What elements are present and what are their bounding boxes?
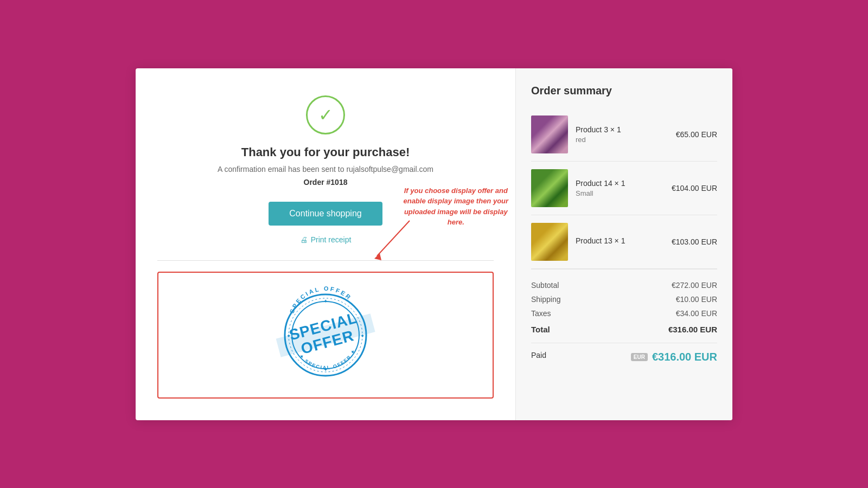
product-thumbnail bbox=[531, 223, 568, 261]
item-details: Product 13 × 1 bbox=[576, 236, 664, 247]
page-container: ✓ Thank you for your purchase! A confirm… bbox=[136, 68, 732, 420]
totals-section: Subtotal €272.00 EUR Shipping €10.00 EUR… bbox=[531, 269, 717, 366]
print-receipt-link[interactable]: 🖨 Print receipt bbox=[300, 235, 352, 244]
checkmark-icon: ✓ bbox=[318, 106, 333, 124]
thank-you-title: Thank you for your purchase! bbox=[241, 145, 410, 159]
shipping-label: Shipping bbox=[531, 295, 561, 304]
total-label: Total bbox=[531, 325, 550, 334]
item-name: Product 14 × 1 bbox=[576, 179, 664, 188]
shipping-value: €10.00 EUR bbox=[676, 295, 717, 304]
shipping-row: Shipping €10.00 EUR bbox=[531, 292, 717, 306]
order-number: Order #1018 bbox=[304, 178, 348, 187]
item-variant: red bbox=[576, 136, 668, 144]
special-offer-box: ✦ ✦ ✦ ✦ SPECIAL OFFER ✦ SPECIAL OFFER ✦ bbox=[157, 272, 494, 399]
subtotal-value: €272.00 EUR bbox=[672, 281, 717, 290]
order-items-list: Product 3 × 1 red €65.00 EUR Product 14 … bbox=[531, 108, 717, 269]
item-variant: Small bbox=[576, 189, 664, 197]
paid-value: €316.00 EUR bbox=[652, 351, 717, 363]
paid-label: Paid bbox=[531, 351, 546, 363]
left-panel: ✓ Thank you for your purchase! A confirm… bbox=[136, 68, 515, 420]
eur-badge: EUR bbox=[631, 353, 648, 361]
item-details: Product 3 × 1 red bbox=[576, 125, 668, 144]
item-details: Product 14 × 1 Small bbox=[576, 179, 664, 197]
paid-row: Paid EUR €316.00 EUR bbox=[531, 343, 717, 366]
divider bbox=[157, 260, 494, 261]
paid-amount: EUR €316.00 EUR bbox=[631, 351, 717, 363]
callout-text: If you choose display offer and enable d… bbox=[399, 185, 513, 228]
svg-line-0 bbox=[377, 221, 410, 256]
taxes-value: €34.00 EUR bbox=[676, 309, 717, 318]
item-price: €104.00 EUR bbox=[672, 184, 717, 192]
total-row: Total €316.00 EUR bbox=[531, 320, 717, 338]
confirmation-email: A confirmation email has been sent to ru… bbox=[218, 165, 433, 174]
product-thumbnail bbox=[531, 169, 568, 207]
item-name: Product 13 × 1 bbox=[576, 236, 664, 245]
order-item: Product 13 × 1 €103.00 EUR bbox=[531, 215, 717, 269]
svg-text:SPECIAL OFFER: SPECIAL OFFER bbox=[289, 285, 353, 314]
success-icon: ✓ bbox=[306, 95, 345, 134]
right-panel: Order summary Product 3 × 1 red €65.00 E… bbox=[515, 68, 732, 420]
item-price: €65.00 EUR bbox=[676, 130, 717, 139]
stamp-image: ✦ ✦ ✦ ✦ SPECIAL OFFER ✦ SPECIAL OFFER ✦ bbox=[266, 284, 385, 387]
taxes-row: Taxes €34.00 EUR bbox=[531, 306, 717, 320]
order-summary-title: Order summary bbox=[531, 85, 717, 97]
taxes-label: Taxes bbox=[531, 309, 551, 318]
order-item: Product 14 × 1 Small €104.00 EUR bbox=[531, 162, 717, 215]
continue-shopping-button[interactable]: Continue shopping bbox=[269, 202, 382, 226]
product-thumbnail bbox=[531, 115, 568, 153]
total-value: €316.00 EUR bbox=[668, 325, 717, 334]
subtotal-row: Subtotal €272.00 EUR bbox=[531, 278, 717, 292]
print-receipt-label: Print receipt bbox=[311, 235, 352, 244]
item-name: Product 3 × 1 bbox=[576, 125, 668, 134]
svg-text:✦: ✦ bbox=[323, 298, 328, 304]
order-item: Product 3 × 1 red €65.00 EUR bbox=[531, 108, 717, 162]
item-price: €103.00 EUR bbox=[672, 237, 717, 246]
subtotal-label: Subtotal bbox=[531, 281, 559, 290]
printer-icon: 🖨 bbox=[300, 235, 308, 244]
